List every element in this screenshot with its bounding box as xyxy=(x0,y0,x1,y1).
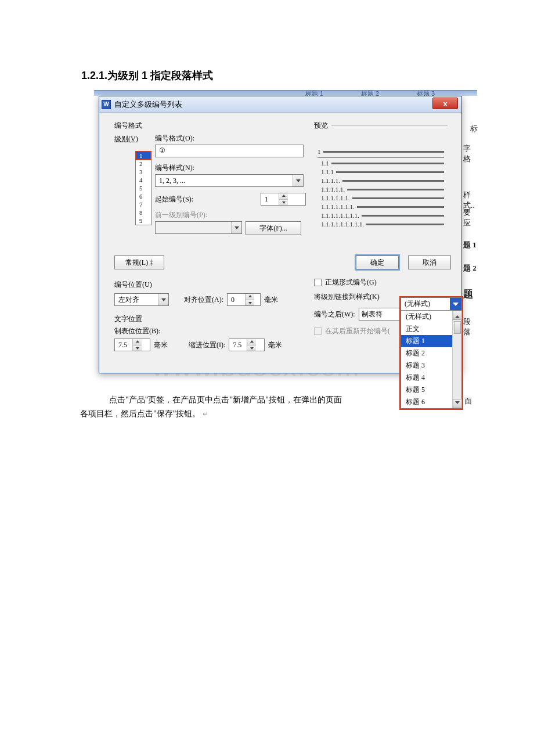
preview-row: 1.1 xyxy=(321,160,329,167)
chevron-down-icon[interactable] xyxy=(293,175,303,186)
number-style-label: 编号样式(N): xyxy=(155,163,306,173)
app-icon: W xyxy=(102,100,111,109)
spinner-up-icon[interactable] xyxy=(279,193,288,200)
scroll-down-icon[interactable] xyxy=(453,399,462,408)
link-style-dropdown[interactable]: (无样式) 正文 标题 1 标题 2 标题 3 标题 4 标题 5 标题 6 xyxy=(400,310,462,409)
scroll-thumb[interactable] xyxy=(454,321,461,334)
level-item-6[interactable]: 6 xyxy=(136,192,151,200)
section-number-format: 编号格式 xyxy=(114,121,306,131)
preview-row: 1.1.1.1.1.1.1.1.1. xyxy=(321,221,364,228)
spinner-up-icon[interactable] xyxy=(133,339,142,345)
preview-row: 1.1.1 xyxy=(321,168,334,175)
restart-checkbox xyxy=(314,327,322,335)
level-item-4[interactable]: 4 xyxy=(136,176,151,184)
font-button[interactable]: 字体(F)... xyxy=(246,221,301,235)
dropdown-scrollbar[interactable] xyxy=(452,311,461,408)
spinner-up-icon[interactable] xyxy=(246,294,254,300)
after-number-label: 编号之后(W): xyxy=(314,309,355,319)
chevron-down-icon[interactable] xyxy=(450,298,461,311)
tab-pos-label: 制表位位置(B): xyxy=(114,326,300,336)
level-list[interactable]: 1 2 3 4 5 6 7 8 9 xyxy=(135,151,151,225)
formal-label: 正规形式编号(G) xyxy=(325,278,377,287)
ok-button[interactable]: 确定 xyxy=(356,255,399,269)
unit-label: 毫米 xyxy=(268,340,282,350)
start-number-label: 起始编号(S): xyxy=(155,195,193,204)
align-combo[interactable]: 左对齐 xyxy=(114,293,169,306)
dialog-titlebar[interactable]: W 自定义多级编号列表 x xyxy=(99,96,461,113)
section-preview: 预览 xyxy=(314,121,328,131)
mode-button[interactable]: 常规(L) ‡ xyxy=(114,255,164,269)
bg-frag: 面 xyxy=(464,396,472,406)
prev-level-combo xyxy=(155,221,242,234)
formal-checkbox[interactable] xyxy=(314,279,322,286)
number-style-value: 1, 2, 3, ... xyxy=(159,177,185,185)
indent-value[interactable]: 7.5 xyxy=(229,339,247,351)
body-paragraph: 点击"产品"页签，在产品页中点击"新增产品"按钮，在弹出的页面 xyxy=(109,395,342,405)
bg-frag: 字格 xyxy=(463,143,477,164)
preview-area: 1 1.1 1.1.1 1.1.1.1. 1.1.1.1.1. 1.1.1.1.… xyxy=(314,146,448,232)
level-item-5[interactable]: 5 xyxy=(136,184,151,192)
chevron-down-icon xyxy=(231,222,241,233)
cancel-button[interactable]: 取消 xyxy=(408,255,451,269)
preview-row: 1.1.1.1.1.1. xyxy=(321,195,350,201)
number-format-label: 编号格式(O): xyxy=(155,134,306,143)
level-item-2[interactable]: 2 xyxy=(136,160,151,168)
bg-frag: 要应 xyxy=(463,207,477,228)
link-style-value: (无样式) xyxy=(401,299,450,309)
bg-frag: 题 1 xyxy=(463,240,477,250)
page-heading: 1.2.1.为级别 1 指定段落样式 xyxy=(81,69,213,82)
preview-row: 1.1.1.1.1.1.1. xyxy=(321,203,355,210)
prev-level-label: 前一级别编号(P): xyxy=(155,210,306,220)
unit-label: 毫米 xyxy=(154,340,168,350)
spinner-up-icon[interactable] xyxy=(247,339,256,345)
link-style-highlight: (无样式) (无样式) 正文 标题 1 标题 2 标题 3 标题 4 标题 5 … xyxy=(399,296,463,410)
chevron-down-icon[interactable] xyxy=(158,294,168,305)
dialog-title: 自定义多级编号列表 xyxy=(114,99,182,110)
align-pos-value[interactable]: 0 xyxy=(228,294,245,305)
level-item-3[interactable]: 3 xyxy=(136,168,151,176)
bg-frag: 标 xyxy=(470,124,478,134)
section-text-position: 文字位置 xyxy=(114,314,300,324)
close-button[interactable]: x xyxy=(432,98,458,109)
start-number-value[interactable]: 1 xyxy=(261,193,279,205)
number-format-input[interactable]: ① xyxy=(155,145,304,157)
preview-row: 1 xyxy=(317,148,321,155)
number-style-combo[interactable]: 1, 2, 3, ... xyxy=(155,174,304,187)
align-pos-label: 对齐位置(A): xyxy=(184,295,223,305)
spinner-down-icon[interactable] xyxy=(247,345,256,351)
restart-label: 在其后重新开始编号( xyxy=(325,326,390,336)
link-style-label: 将级别链接到样式(K) xyxy=(314,292,380,302)
preview-row: 1.1.1.1.1. xyxy=(321,186,345,193)
unit-label: 毫米 xyxy=(264,295,278,305)
spinner-down-icon[interactable] xyxy=(246,300,254,306)
level-item-1[interactable]: 1 xyxy=(136,152,151,160)
level-item-9[interactable]: 9 xyxy=(136,217,151,225)
after-number-input[interactable]: 制表符 xyxy=(359,308,400,321)
spinner-down-icon[interactable] xyxy=(279,200,288,206)
align-pos-spinner[interactable]: 0 xyxy=(227,293,261,306)
tab-pos-value[interactable]: 7.5 xyxy=(115,339,132,351)
bg-frag: 题 2 xyxy=(463,263,477,273)
preview-row: 1.1.1.1.1.1.1.1. xyxy=(321,212,359,219)
link-style-combo[interactable]: (无样式) xyxy=(400,297,462,310)
body-paragraph: 各项目栏，然后点击"保存"按钮。↵ xyxy=(80,409,208,419)
section-number-position: 编号位置(U) xyxy=(114,280,300,290)
tab-pos-spinner[interactable]: 7.5 xyxy=(114,339,150,351)
level-item-8[interactable]: 8 xyxy=(136,208,151,217)
indent-spinner[interactable]: 7.5 xyxy=(229,339,265,351)
level-item-7[interactable]: 7 xyxy=(136,200,151,208)
bg-frag: 段落 xyxy=(463,316,477,337)
preview-row: 1.1.1.1. xyxy=(321,177,340,184)
start-number-spinner[interactable]: 1 xyxy=(261,193,306,206)
align-value: 左对齐 xyxy=(118,295,139,305)
scroll-up-icon[interactable] xyxy=(453,311,462,320)
indent-label: 缩进位置(I): xyxy=(189,340,225,350)
spinner-down-icon[interactable] xyxy=(133,345,142,351)
